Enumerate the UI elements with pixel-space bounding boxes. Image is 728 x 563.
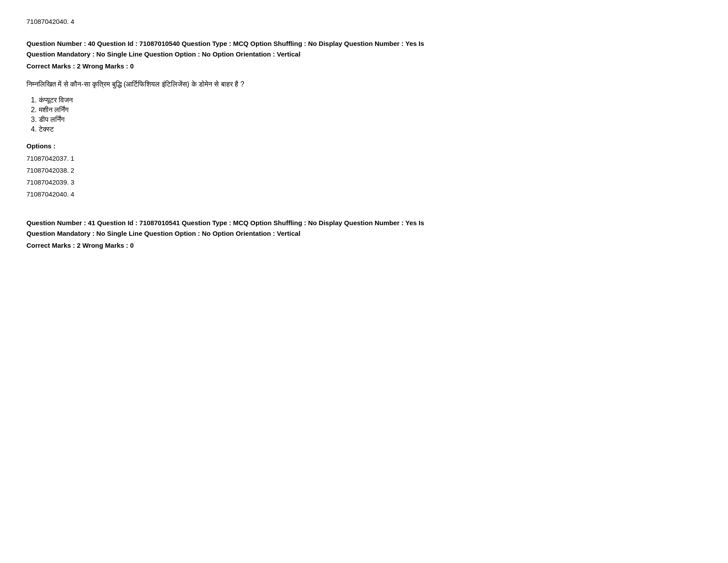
question-40-marks: Correct Marks : 2 Wrong Marks : 0 bbox=[26, 62, 702, 70]
question-40-block: Question Number : 40 Question Id : 71087… bbox=[26, 38, 702, 200]
question-40-text: निम्नलिखित में से कौन-सा कृत्रिम बुद्धि … bbox=[26, 80, 702, 88]
question-40-meta-line2: Question Mandatory : No Single Line Ques… bbox=[26, 49, 702, 60]
question-41-block: Question Number : 41 Question Id : 71087… bbox=[26, 218, 702, 249]
option-4: 4. टेक्स्ट bbox=[31, 125, 702, 133]
question-40-meta-line1: Question Number : 40 Question Id : 71087… bbox=[26, 38, 702, 49]
option-1: 1. कंप्यूटर विजन bbox=[31, 96, 702, 104]
question-41-meta: Question Number : 41 Question Id : 71087… bbox=[26, 218, 702, 239]
option-3: 3. डीप लर्निंग bbox=[31, 116, 702, 124]
question-40-meta: Question Number : 40 Question Id : 71087… bbox=[26, 38, 702, 60]
option-id-1: 71087042037. 1 bbox=[26, 152, 702, 164]
option-id-3: 71087042039. 3 bbox=[26, 176, 702, 188]
question-41-marks: Correct Marks : 2 Wrong Marks : 0 bbox=[26, 242, 702, 249]
question-41-meta-line1: Question Number : 41 Question Id : 71087… bbox=[26, 218, 702, 228]
option-id-2: 71087042038. 2 bbox=[26, 164, 702, 176]
option-id-4: 71087042040. 4 bbox=[26, 188, 702, 200]
options-label: Options : bbox=[26, 142, 702, 150]
option-2: 2. मशीन लर्निंग bbox=[31, 106, 702, 114]
option-ids: 71087042037. 1 71087042038. 2 7108704203… bbox=[26, 152, 702, 200]
question-40-options-list: 1. कंप्यूटर विजन 2. मशीन लर्निंग 3. डीप … bbox=[26, 96, 702, 133]
top-id: 71087042040. 4 bbox=[26, 18, 702, 25]
question-41-meta-line2: Question Mandatory : No Single Line Ques… bbox=[26, 228, 702, 239]
